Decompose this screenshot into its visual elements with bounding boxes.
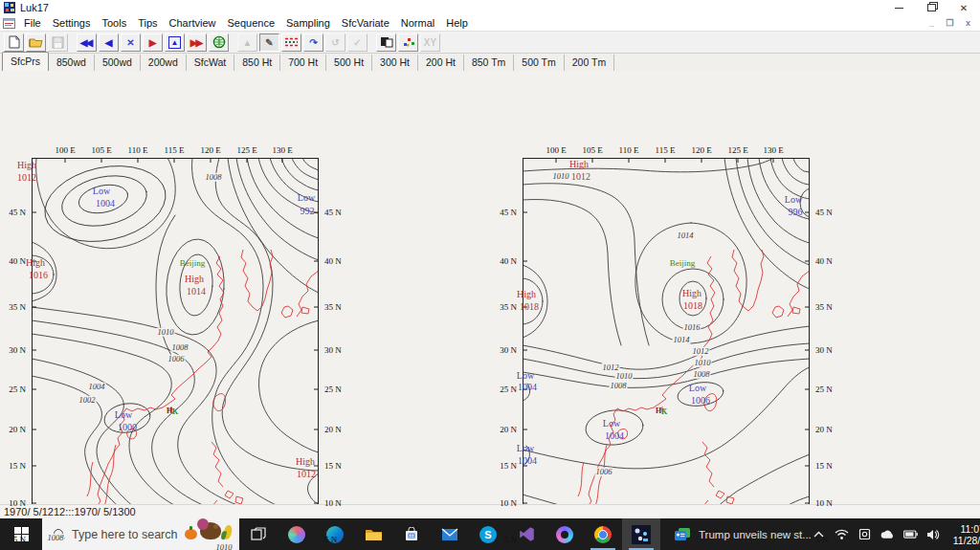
lon-label: 105 E: [582, 145, 602, 155]
news-icon: [674, 527, 691, 542]
chrome-icon: [594, 526, 612, 543]
file-explorer-button[interactable]: [354, 518, 392, 550]
onedrive-icon[interactable]: [880, 527, 895, 541]
lat-label: 15 N: [9, 461, 26, 471]
contour-value-label: 1010: [215, 543, 234, 550]
tab-850tm[interactable]: 850 Tm: [464, 55, 514, 71]
volume-icon[interactable]: [926, 527, 941, 541]
pressure-center-label: High: [26, 258, 45, 268]
contour-lines-button[interactable]: [281, 33, 301, 52]
minimize-icon[interactable]: [882, 0, 915, 15]
clock[interactable]: 11:07 PM 11/28/2024: [953, 523, 980, 546]
menu-tools[interactable]: Tools: [96, 16, 132, 30]
tab-sfcprs[interactable]: SfcPrs: [2, 52, 49, 72]
menu-sampling[interactable]: Sampling: [280, 16, 336, 30]
lon-label: 105 E: [91, 145, 111, 155]
tab-500wd[interactable]: 500wd: [95, 55, 141, 71]
pressure-center-label: Low: [517, 371, 534, 381]
lon-label: 100 E: [546, 145, 566, 155]
menu-normal[interactable]: Normal: [395, 16, 440, 30]
lat-label: 35 N: [815, 302, 833, 312]
pressure-center-label: 1012: [297, 470, 316, 479]
skype-button[interactable]: S: [469, 518, 507, 550]
menu-tips[interactable]: Tips: [132, 16, 163, 30]
pressure-center-label: 1012: [571, 172, 590, 182]
search-input[interactable]: Type here to search: [42, 518, 239, 550]
step-back-button[interactable]: ◀: [99, 33, 119, 52]
lat-label: 30 N: [815, 345, 833, 355]
open-file-icon: [29, 36, 43, 48]
upload-icon: ▲: [243, 37, 253, 48]
tab-850ht[interactable]: 850 Ht: [234, 55, 280, 71]
loop-button[interactable]: [546, 518, 584, 550]
stop-button[interactable]: ✕: [121, 33, 141, 52]
device-icon[interactable]: [858, 527, 872, 541]
tab-300ht[interactable]: 300 Ht: [372, 55, 418, 71]
chrome-button[interactable]: [584, 518, 622, 550]
tab-200wd[interactable]: 200wd: [141, 55, 187, 71]
tab-500ht[interactable]: 500 Ht: [326, 55, 372, 71]
menu-settings[interactable]: Settings: [47, 16, 97, 30]
window-layout-button[interactable]: [376, 33, 396, 52]
pen-button[interactable]: ✎: [259, 33, 279, 52]
news-headline: Trump unveils new st...: [699, 529, 812, 540]
fit-frame-button[interactable]: ▲: [165, 33, 185, 52]
lat-label: 20 N: [815, 425, 833, 434]
lat-label: 5 N: [324, 535, 337, 544]
lat-label: 40 N: [9, 256, 26, 266]
tab-700ht[interactable]: 700 Ht: [280, 55, 326, 71]
tab-200tm[interactable]: 200 Tm: [565, 55, 614, 71]
stream-arrow-button[interactable]: ↷: [303, 33, 323, 52]
tab-500tm[interactable]: 500 Tm: [514, 55, 564, 71]
go-first-button[interactable]: ◀◀: [77, 33, 97, 52]
lat-label: 35 N: [500, 302, 517, 312]
pressure-center-label: 1016: [29, 271, 48, 280]
lat-label: 25 N: [500, 385, 517, 394]
pressure-map-left[interactable]: 100 E100 E105 E105 E110 E110 E115 E115 E…: [32, 158, 319, 550]
menu-file[interactable]: File: [18, 16, 47, 30]
status-bar: 1970/ 5/1212:::1970/ 5/1300: [0, 504, 980, 518]
globe-button[interactable]: [209, 33, 229, 52]
go-last-button[interactable]: ▶▶: [187, 33, 207, 52]
scatter-button[interactable]: [398, 33, 418, 52]
pressure-center-label: Low: [298, 193, 315, 203]
lon-label: 130 E: [272, 145, 292, 155]
lat-label: 30 N: [500, 345, 517, 355]
mail-button[interactable]: [431, 518, 469, 550]
news-widget[interactable]: Trump unveils new st...: [674, 527, 812, 542]
close-icon[interactable]: ✕: [947, 0, 980, 15]
tab-850wd[interactable]: 850wd: [49, 55, 95, 71]
mdi-restore-icon[interactable]: ❐: [944, 18, 956, 28]
battery-icon[interactable]: [903, 527, 918, 541]
task-view-icon: [251, 527, 266, 542]
lat-label: 5 N: [504, 535, 517, 544]
open-file-button[interactable]: [26, 33, 46, 52]
store-button[interactable]: [392, 518, 431, 550]
mdi-close-icon[interactable]: x: [962, 18, 974, 28]
copilot-button[interactable]: [278, 518, 316, 550]
new-file-button[interactable]: [4, 33, 24, 52]
lat-label: 20 N: [324, 425, 342, 434]
contour-value-label: 1010: [552, 172, 570, 181]
mdi-minimize-icon[interactable]: _: [925, 18, 938, 28]
stream-arrow-icon: ↷: [309, 37, 317, 48]
menu-sfcvariate[interactable]: SfcVariate: [336, 16, 395, 30]
lat-label: 5 N: [13, 535, 26, 544]
contour-value-label: 1008: [693, 370, 711, 379]
menu-sequence[interactable]: Sequence: [221, 16, 280, 30]
title-bar: Luk17 ✕: [0, 0, 980, 15]
pressure-center-label: 1012: [17, 173, 36, 183]
tab-200ht[interactable]: 200 Ht: [418, 55, 464, 71]
pressure-center-label: Low: [785, 195, 802, 205]
restore-icon[interactable]: [915, 0, 947, 15]
tab-sfcwat[interactable]: SfcWat: [187, 55, 234, 71]
wifi-icon[interactable]: [835, 527, 849, 541]
menu-help[interactable]: Help: [440, 16, 474, 30]
play-button[interactable]: ▶: [143, 33, 163, 52]
menu-chartview[interactable]: Chartview: [164, 16, 222, 30]
contour-value-label: 1008: [47, 534, 65, 542]
task-view-button[interactable]: [239, 518, 278, 550]
lat-label: 20 N: [9, 425, 26, 434]
pressure-map-right[interactable]: 100 E100 E105 E105 E110 E110 E115 E115 E…: [523, 158, 810, 550]
luk17-app-button[interactable]: [622, 518, 660, 550]
